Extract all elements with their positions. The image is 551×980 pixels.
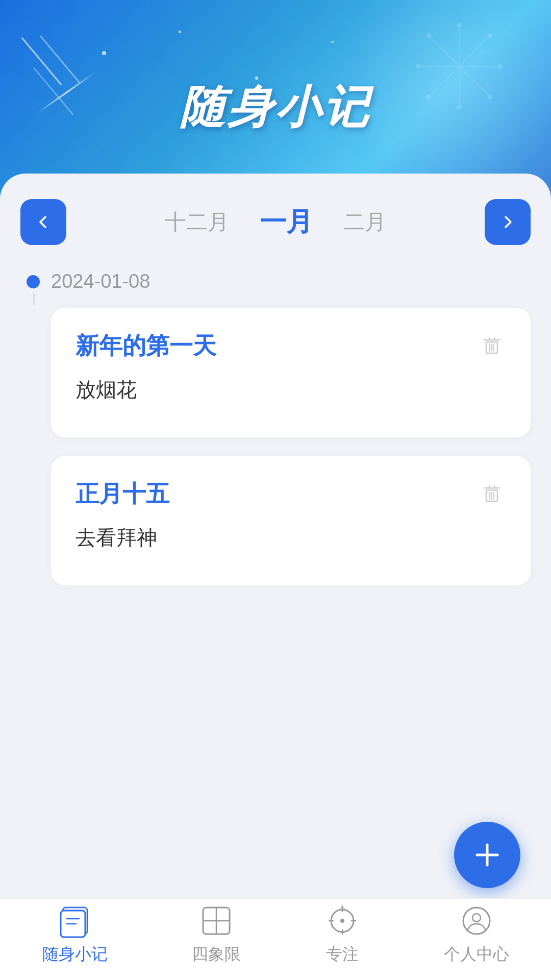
timeline-date-row: 2024-01-08 xyxy=(51,271,531,292)
svg-line-5 xyxy=(429,66,459,97)
svg-line-3 xyxy=(459,66,490,97)
add-note-fab[interactable] xyxy=(454,822,520,888)
delete-note-1-button[interactable] xyxy=(478,330,506,359)
firework-decoration xyxy=(408,15,510,117)
svg-point-15 xyxy=(427,34,431,38)
month-selector: 十二月 一月 二月 xyxy=(20,199,531,245)
tab-matrix[interactable]: 四象限 xyxy=(177,898,256,971)
chevron-left-icon xyxy=(34,213,53,231)
prev-month-button[interactable] xyxy=(20,199,66,245)
svg-point-13 xyxy=(427,95,431,99)
chevron-right-icon xyxy=(498,213,517,231)
tab-profile[interactable]: 个人中心 xyxy=(429,898,524,971)
app-container: 随身小记 十二月 一月 二月 xyxy=(0,0,551,980)
diary-icon xyxy=(58,903,92,938)
svg-point-41 xyxy=(340,919,344,923)
next-month-label: 二月 xyxy=(343,208,386,236)
timeline-line xyxy=(33,293,35,305)
note-title-1: 新年的第一天 xyxy=(76,330,506,362)
timeline-dot xyxy=(27,275,40,288)
app-title: 随身小记 xyxy=(180,77,371,138)
svg-line-1 xyxy=(459,36,490,66)
bottom-navigation: 随身小记 四象限 xyxy=(0,898,551,980)
svg-point-12 xyxy=(457,105,461,109)
plus-icon xyxy=(472,840,503,870)
tab-focus[interactable]: 专注 xyxy=(310,898,375,971)
note-card-2[interactable]: 正月十五 去看拜神 xyxy=(51,456,531,585)
profile-icon xyxy=(459,903,494,938)
next-month-button[interactable] xyxy=(485,199,531,245)
month-labels: 十二月 一月 二月 xyxy=(66,204,485,240)
note-content-1: 放烟花 xyxy=(76,374,506,415)
note-card-1[interactable]: 新年的第一天 放烟花 xyxy=(51,308,531,437)
tab-profile-label: 个人中心 xyxy=(444,943,509,966)
svg-point-14 xyxy=(416,64,420,68)
trash-icon xyxy=(480,333,504,356)
svg-point-8 xyxy=(457,23,461,28)
trash-icon-2 xyxy=(480,481,504,504)
delete-note-2-button[interactable] xyxy=(478,478,506,507)
current-month-label: 一月 xyxy=(260,204,313,240)
svg-point-10 xyxy=(498,64,502,68)
svg-line-7 xyxy=(429,36,459,66)
prev-month-label: 十二月 xyxy=(165,208,229,236)
tab-matrix-label: 四象限 xyxy=(192,943,241,966)
svg-point-9 xyxy=(488,34,492,38)
timeline: 2024-01-08 新年的第一天 放烟花 xyxy=(20,271,531,585)
matrix-icon xyxy=(199,903,234,938)
tab-focus-label: 专注 xyxy=(326,943,359,966)
tab-diary-label: 随身小记 xyxy=(42,943,108,966)
note-title-2: 正月十五 xyxy=(76,478,506,510)
tab-diary[interactable]: 随身小记 xyxy=(27,898,123,971)
svg-point-11 xyxy=(488,95,492,99)
note-content-2: 去看拜神 xyxy=(76,522,506,563)
focus-icon xyxy=(325,903,360,938)
date-label: 2024-01-08 xyxy=(51,271,150,292)
